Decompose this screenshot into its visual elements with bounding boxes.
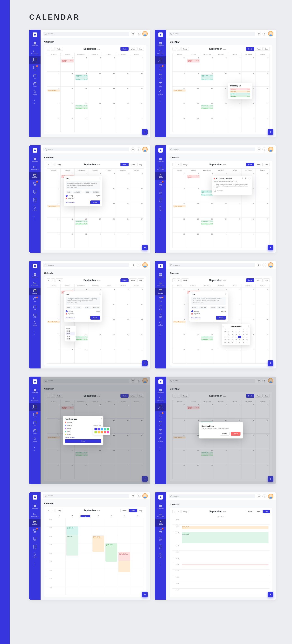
day-cell[interactable]: 7 <box>47 72 61 87</box>
close-icon[interactable]: × <box>101 418 102 420</box>
color-swatch[interactable] <box>97 428 100 430</box>
important-row[interactable]: Important <box>66 198 100 199</box>
day-time-row[interactable]: 18:00 <box>172 582 270 588</box>
day-cell[interactable]: 16 <box>200 87 214 102</box>
time-option[interactable]: 11:00 <box>66 338 75 340</box>
day-cell[interactable]: 26 <box>116 333 130 348</box>
time-option[interactable]: 10:00 <box>66 332 75 335</box>
mini-day-cell[interactable]: 20 <box>245 336 249 338</box>
sidebar-item-mail[interactable]: Mail 2 <box>155 527 166 535</box>
event-chip[interactable]: Meeting with Judith10:00 <box>201 190 213 193</box>
day-cell[interactable]: 15 <box>186 87 200 102</box>
all-day-checkbox[interactable]: All DayRepeat <box>191 310 226 312</box>
all-day-checkbox[interactable]: All DayRepeat <box>66 195 100 196</box>
view-week-button[interactable]: Week <box>129 163 137 166</box>
view-month-button[interactable]: Month <box>120 163 128 166</box>
day-cell[interactable]: 13 <box>130 72 144 87</box>
create-button[interactable]: Create <box>90 200 100 204</box>
description-input[interactable]: Lorem ipsum dolor sit amet, consectetur … <box>66 181 100 189</box>
day-cell[interactable]: 5 <box>116 56 130 72</box>
prev-button[interactable]: ‹ <box>47 163 50 166</box>
add-event-fab[interactable]: + <box>142 129 148 135</box>
day-cell[interactable]: 8 <box>61 72 74 87</box>
day-cell[interactable]: 4 <box>102 56 116 72</box>
end-time-input[interactable]: 09:00 <box>85 306 91 309</box>
day-cell[interactable]: 18 <box>102 87 116 102</box>
settings-button[interactable]: ⚙ <box>131 147 135 151</box>
event-chip[interactable]: Project "Rockets" <box>173 321 186 323</box>
event-chip[interactable]: Presentation10:00 <box>201 220 213 222</box>
sidebar-item-projects[interactable]: Projects <box>29 436 40 444</box>
logo-icon[interactable] <box>33 32 37 37</box>
day-cell[interactable]: 4 <box>228 56 242 72</box>
day-cell[interactable]: 8 <box>186 187 200 202</box>
day-cell[interactable]: 24 <box>214 218 228 233</box>
day-cell[interactable]: 23 Presentation10:00Presentation10:00 <box>200 102 214 117</box>
next-button[interactable]: › <box>177 510 181 513</box>
day-cell[interactable]: 6 <box>256 172 270 187</box>
add-event-fab[interactable]: + <box>268 129 273 135</box>
day-cell[interactable]: 22 <box>186 102 200 117</box>
sidebar-item-dashboard[interactable]: Dashboard <box>29 272 40 279</box>
sidebar-item-dashboard[interactable]: Dashboard <box>29 156 40 164</box>
day-cell[interactable]: 16 <box>200 202 214 218</box>
day-cell[interactable]: 4 <box>102 172 116 187</box>
next-button[interactable]: › <box>177 163 181 166</box>
day-cell[interactable]: 10 <box>88 72 102 87</box>
day-cell[interactable]: 27 <box>256 333 270 348</box>
logo-icon[interactable] <box>33 264 37 268</box>
mini-day-cell[interactable]: 13 <box>245 333 249 336</box>
time-option[interactable]: 10:30 <box>66 335 75 338</box>
sidebar-item-mail[interactable]: Mail 2 <box>155 412 166 419</box>
logo-icon[interactable] <box>158 148 163 152</box>
day-cell[interactable]: 11 <box>228 303 242 318</box>
day-cell[interactable]: 20 <box>130 318 144 333</box>
prev-button[interactable]: ‹ <box>47 509 50 512</box>
logo-icon[interactable] <box>158 495 163 500</box>
done-button[interactable]: Done <box>65 439 101 443</box>
week-event-block[interactable]: 11:00 - 12:00 Meeting with... <box>66 526 78 535</box>
start-time-input[interactable]: 09:00 <box>66 190 72 194</box>
day-cell[interactable]: 28 <box>47 232 61 248</box>
day-cell[interactable]: 18 <box>102 202 116 218</box>
day-time-row[interactable]: 09:00 <box>172 518 270 525</box>
mini-day-cell[interactable]: 15 <box>227 336 231 338</box>
day-cell[interactable]: 29 <box>186 348 200 364</box>
view-week-button[interactable]: Week <box>129 509 137 512</box>
event-chip[interactable]: Presentation10:00 <box>201 338 213 340</box>
event-chip[interactable]: Project "Rockets" <box>47 321 60 323</box>
week-event-block[interactable]: 12:00 - 14:30 Project "Rocket" <box>92 536 104 552</box>
end-date-input[interactable]: 15.07.2020 <box>91 190 100 194</box>
event-chip[interactable]: Call Back Priscilla10:00 <box>187 59 199 62</box>
event-chip[interactable]: Project "Rockets" <box>173 205 186 207</box>
day-cell[interactable]: 12 <box>116 187 130 202</box>
time-option[interactable]: 09:30 <box>66 330 75 332</box>
day-cell[interactable]: 3 <box>242 348 256 364</box>
add-calendar-link[interactable]: + Add Calendar <box>65 437 101 438</box>
day-cell[interactable]: 4 <box>130 348 144 364</box>
mini-day-cell[interactable]: 9 <box>231 333 234 336</box>
day-cell[interactable]: 4 <box>256 348 270 364</box>
sidebar-item-e-commerce[interactable]: E-Commerce <box>155 280 166 287</box>
sidebar-expand[interactable] <box>155 328 166 334</box>
search-input[interactable]: Search... <box>169 494 255 498</box>
today-button[interactable]: Today <box>55 47 63 51</box>
sidebar-item-projects[interactable]: Projects <box>155 320 166 328</box>
day-cell[interactable]: 4 <box>102 288 116 303</box>
day-cell[interactable]: 6 <box>256 56 270 72</box>
day-cell[interactable]: 29 <box>61 348 74 364</box>
avatar[interactable] <box>268 494 273 499</box>
mini-day-cell[interactable]: 3 <box>242 341 245 344</box>
day-cell[interactable]: 22 <box>186 218 200 233</box>
day-cell[interactable]: 13 <box>256 187 270 202</box>
day-cell[interactable]: 31 <box>47 56 61 72</box>
view-day-button[interactable]: Day <box>137 47 144 51</box>
view-day-button[interactable]: Day <box>263 278 270 282</box>
mini-day-cell[interactable]: 30 <box>231 341 234 344</box>
view-day-button[interactable]: Day <box>137 278 144 282</box>
add-event-fab[interactable]: + <box>268 360 273 366</box>
day-cell[interactable]: 14 Project "Rockets" <box>47 202 61 218</box>
view-week-button[interactable]: Week <box>129 278 137 282</box>
mini-day-cell[interactable]: 12 <box>242 333 245 336</box>
important-row[interactable]: Important <box>191 313 226 314</box>
